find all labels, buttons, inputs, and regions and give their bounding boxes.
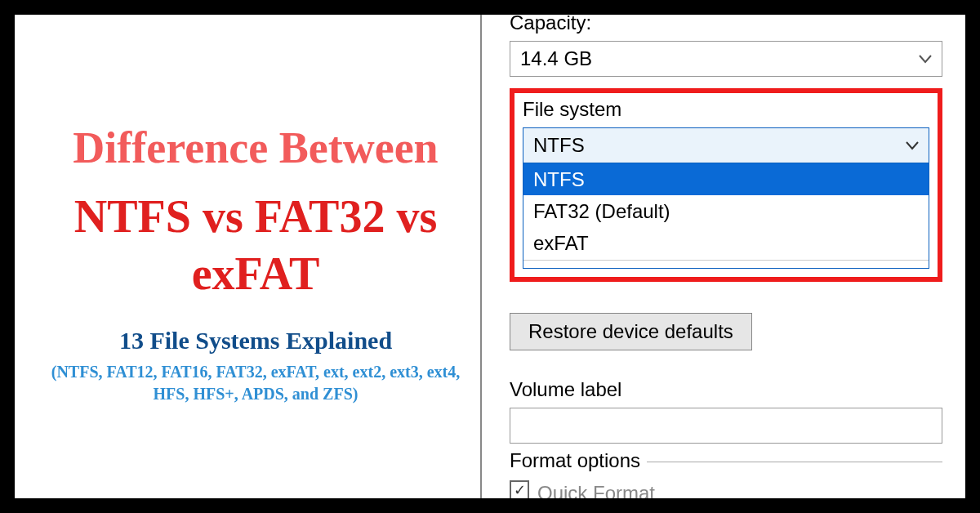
- volume-label-input[interactable]: [510, 408, 942, 444]
- filesystem-selected-value: NTFS: [533, 134, 585, 157]
- filesystem-dropdown[interactable]: NTFS: [523, 127, 929, 163]
- filesystem-option-ntfs[interactable]: NTFS: [523, 163, 929, 195]
- filesystem-highlight: File system NTFS NTFS FAT32 (Default) ex…: [510, 88, 942, 282]
- outer-frame: Difference Between NTFS vs FAT32 vs exFA…: [0, 0, 980, 513]
- subheadline-list: (NTFS, FAT12, FAT16, FAT32, exFAT, ext, …: [39, 361, 472, 405]
- filesystem-option-exfat[interactable]: exFAT: [523, 227, 929, 259]
- quick-format-label: Quick Format: [537, 482, 655, 498]
- quick-format-row[interactable]: ✓ Quick Format: [510, 479, 942, 498]
- filesystem-option-fat32[interactable]: FAT32 (Default): [523, 195, 929, 227]
- title-panel: Difference Between NTFS vs FAT32 vs exFA…: [15, 15, 480, 498]
- format-dialog: Capacity: 14.4 GB File system NTFS NTFS: [480, 15, 965, 498]
- restore-defaults-button[interactable]: Restore device defaults: [510, 313, 752, 350]
- format-options-group: Format options ✓ Quick Format: [510, 462, 942, 498]
- capacity-label: Capacity:: [510, 15, 942, 34]
- content-area: Difference Between NTFS vs FAT32 vs exFA…: [15, 15, 965, 498]
- volume-label-label: Volume label: [510, 378, 942, 401]
- headline-filesystems: NTFS vs FAT32 vs exFAT: [39, 188, 472, 302]
- capacity-dropdown[interactable]: 14.4 GB: [510, 41, 942, 77]
- filesystem-options-list: NTFS FAT32 (Default) exFAT: [523, 163, 929, 269]
- filesystem-option-cutoff: [523, 260, 929, 268]
- capacity-value: 14.4 GB: [520, 47, 592, 70]
- chevron-down-icon: [904, 137, 920, 154]
- format-options-label: Format options: [510, 449, 647, 472]
- chevron-down-icon: [917, 51, 933, 67]
- quick-format-checkbox[interactable]: ✓: [510, 480, 529, 498]
- headline-difference: Difference Between: [39, 124, 472, 172]
- filesystem-label: File system: [523, 98, 929, 121]
- subheadline-count: 13 File Systems Explained: [39, 327, 472, 355]
